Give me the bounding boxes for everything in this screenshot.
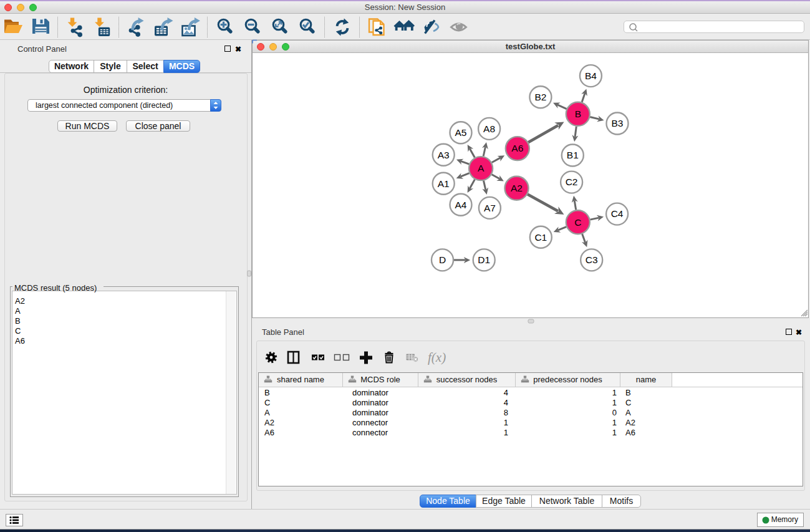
svg-text:C4: C4 bbox=[611, 208, 624, 219]
svg-text:A2: A2 bbox=[511, 183, 523, 193]
svg-text:D1: D1 bbox=[478, 254, 490, 265]
svg-text:A7: A7 bbox=[484, 203, 496, 213]
svg-text:B1: B1 bbox=[567, 150, 579, 160]
svg-text:A5: A5 bbox=[455, 127, 467, 138]
svg-text:A3: A3 bbox=[438, 150, 450, 160]
svg-text:B4: B4 bbox=[585, 70, 597, 81]
svg-text:C2: C2 bbox=[566, 177, 578, 187]
svg-text:A8: A8 bbox=[483, 123, 495, 134]
svg-text:A6: A6 bbox=[511, 143, 523, 153]
svg-text:C1: C1 bbox=[534, 232, 547, 243]
svg-text:B3: B3 bbox=[612, 118, 624, 128]
svg-text:A1: A1 bbox=[438, 178, 450, 189]
svg-text:B2: B2 bbox=[534, 92, 546, 102]
svg-text:A: A bbox=[478, 163, 485, 173]
svg-text:C3: C3 bbox=[586, 254, 598, 265]
svg-text:A4: A4 bbox=[455, 200, 467, 210]
svg-text:B: B bbox=[575, 109, 581, 119]
svg-text:D: D bbox=[439, 254, 446, 265]
svg-text:C: C bbox=[574, 217, 581, 228]
